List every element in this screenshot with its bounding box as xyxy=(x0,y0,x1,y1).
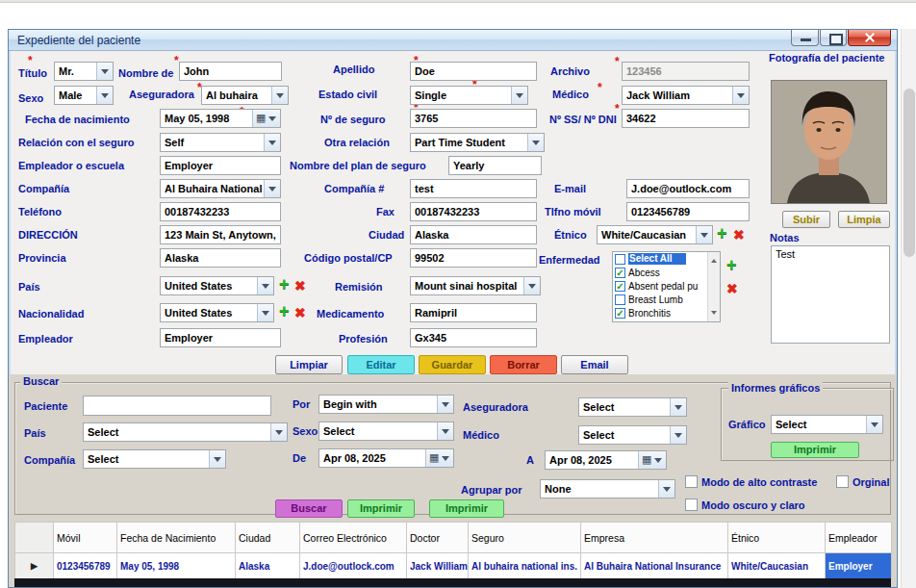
checkbox-checked-icon[interactable]: ✓ xyxy=(615,308,625,319)
medico-select[interactable]: Jack William xyxy=(622,86,750,105)
plan-seguro-input[interactable]: Yearly xyxy=(448,156,542,175)
ciudad-input[interactable]: Alaska xyxy=(410,225,537,244)
delete-etnico-icon[interactable]: ✖ xyxy=(733,228,745,242)
checkbox-checked-icon[interactable]: ✓ xyxy=(615,281,625,292)
fecha-nacimiento-picker[interactable]: May 05, 1998 ▦ xyxy=(160,109,281,128)
imprimir-grafico-button[interactable]: Imprimir xyxy=(771,442,859,458)
modo-oscuro-checkbox[interactable] xyxy=(685,499,698,511)
checkbox-icon[interactable] xyxy=(615,254,625,265)
codigo-postal-input[interactable]: 99502 xyxy=(410,248,537,268)
scrollbar-thumb[interactable] xyxy=(903,89,915,257)
fax-input[interactable]: 00187432233 xyxy=(410,202,537,221)
compania-select[interactable]: Al Buhaira National xyxy=(160,179,281,198)
aseguradora-select[interactable]: Al buhaira xyxy=(201,86,289,105)
add-disease-icon[interactable]: + xyxy=(726,257,737,272)
grid-header[interactable]: Empleador xyxy=(826,523,892,553)
etnico-select[interactable]: White/Caucasian xyxy=(597,225,713,244)
buscar-button[interactable]: Buscar xyxy=(275,499,343,518)
borrar-button[interactable]: Borrar xyxy=(490,355,557,374)
guardar-button[interactable]: Guardar xyxy=(419,355,486,374)
email-input[interactable]: J.doe@outlock.com xyxy=(626,179,750,198)
otra-relacion-select[interactable]: Part Time Student xyxy=(410,133,545,152)
imprimir-button[interactable]: Imprimir xyxy=(347,499,415,518)
add-etnico-icon[interactable]: + xyxy=(717,225,727,241)
datepicker-button[interactable]: ▦ xyxy=(425,449,453,467)
apellido-input[interactable]: Doe xyxy=(410,62,537,81)
row-selector-icon[interactable]: ▶ xyxy=(15,553,54,579)
telefono-input[interactable]: 00187432233 xyxy=(160,202,281,221)
grid-header[interactable]: Móvil xyxy=(54,523,117,553)
limpiar-button[interactable]: Limpiar xyxy=(275,355,343,374)
delete-nacionalidad-icon[interactable]: ✖ xyxy=(294,306,306,320)
grid-data-row[interactable]: ▶ 0123456789 May 05, 1998 Alaska J.doe@o… xyxy=(15,553,892,579)
estado-civil-value: Single xyxy=(415,89,510,101)
search-compania-select[interactable]: Select xyxy=(83,449,226,469)
disease-item[interactable]: ✓ Absent pedal pu xyxy=(613,279,720,293)
no-seguro-input[interactable]: 3765 xyxy=(410,109,537,128)
close-button[interactable] xyxy=(848,30,891,46)
medicamento-input[interactable]: Ramipril xyxy=(410,303,537,322)
search-sexo-select[interactable]: Select xyxy=(318,422,454,441)
agrupar-por-select[interactable]: None xyxy=(540,479,675,499)
maximize-button[interactable] xyxy=(820,30,847,46)
empleador-escuela-input[interactable]: Employer xyxy=(160,156,281,175)
enfermedad-list[interactable]: Select All ✓ Abcess ✓ Absent pedal pu Br… xyxy=(612,251,721,322)
editar-button[interactable]: Editar xyxy=(347,355,415,374)
delete-disease-icon[interactable]: ✖ xyxy=(726,282,738,295)
estado-civil-select[interactable]: Single xyxy=(410,86,528,105)
email-button[interactable]: Email xyxy=(561,355,628,374)
grid-header[interactable]: Étnico xyxy=(728,523,826,553)
no-ss-input[interactable]: 34622 xyxy=(622,109,750,128)
disease-item[interactable]: ✓ Bronchitis xyxy=(613,306,720,320)
datepicker-button[interactable]: ▦ xyxy=(252,110,280,127)
grid-header[interactable]: Seguro xyxy=(469,523,581,553)
limpia-button[interactable]: Limpia xyxy=(838,211,890,228)
relacion-seguro-select[interactable]: Self xyxy=(160,133,281,152)
minimize-button[interactable] xyxy=(791,30,819,46)
search-paciente-input[interactable] xyxy=(83,396,271,416)
sexo-select[interactable]: Male xyxy=(54,86,114,105)
grafico-select[interactable]: Select xyxy=(771,415,883,434)
grid-header[interactable]: Fecha de Nacimiento xyxy=(117,523,236,553)
provincia-input[interactable]: Alaska xyxy=(160,248,281,268)
tlfno-movil-input[interactable]: 0123456789 xyxy=(626,202,750,221)
subir-button[interactable]: Subir xyxy=(782,211,830,228)
notas-textarea[interactable]: Test xyxy=(771,245,890,344)
imprimir-button-2[interactable]: Imprimir xyxy=(429,499,504,518)
disease-list-scrollbar[interactable] xyxy=(707,252,720,321)
grid-header[interactable]: Doctor xyxy=(407,523,469,553)
checkbox-icon[interactable] xyxy=(615,294,625,305)
datepicker-button[interactable]: ▦ xyxy=(638,451,666,469)
nacionalidad-select[interactable]: United States xyxy=(160,303,274,322)
delete-pais-icon[interactable]: ✖ xyxy=(294,279,306,293)
calendar-icon: ▦ xyxy=(429,451,439,464)
profesion-input[interactable]: Gx345 xyxy=(410,328,537,347)
remision-select[interactable]: Mount sinai hospital xyxy=(410,276,541,295)
search-de-picker[interactable]: Apr 08, 2025 ▦ xyxy=(318,448,454,468)
disease-item[interactable]: Select All xyxy=(613,252,720,266)
direccion-input[interactable]: 123 Main St, Anytown, xyxy=(160,225,281,244)
compania-no-input[interactable]: test xyxy=(410,179,537,198)
title-bar[interactable]: Expediente del paciente xyxy=(9,30,897,51)
pais-select[interactable]: United States xyxy=(160,276,274,295)
grid-header[interactable]: Correo Electrónico xyxy=(300,523,407,553)
vertical-scrollbar[interactable] xyxy=(901,29,916,588)
search-medico-select[interactable]: Select xyxy=(578,425,687,445)
titulo-select[interactable]: Mr. xyxy=(54,62,114,81)
disease-item[interactable]: Breast Lumb xyxy=(613,293,720,306)
medico-label: Médico xyxy=(552,89,589,100)
disease-item[interactable]: ✓ Abcess xyxy=(613,266,720,279)
search-aseguradora-select[interactable]: Select xyxy=(578,397,687,417)
add-nacionalidad-icon[interactable]: + xyxy=(279,303,290,319)
empleador-input[interactable]: Employer xyxy=(160,328,281,347)
search-por-select[interactable]: Begin with xyxy=(318,395,454,414)
search-a-picker[interactable]: Apr 08, 2025 ▦ xyxy=(545,450,667,470)
orginal-checkbox[interactable] xyxy=(836,475,849,488)
nombre-input[interactable]: John xyxy=(179,62,282,81)
search-pais-select[interactable]: Select xyxy=(83,422,288,442)
grid-header[interactable]: Ciudad xyxy=(236,523,300,553)
add-pais-icon[interactable]: + xyxy=(279,276,290,292)
checkbox-checked-icon[interactable]: ✓ xyxy=(615,268,625,278)
alto-contraste-checkbox[interactable] xyxy=(685,475,698,488)
grid-header[interactable]: Empresa xyxy=(581,523,728,553)
